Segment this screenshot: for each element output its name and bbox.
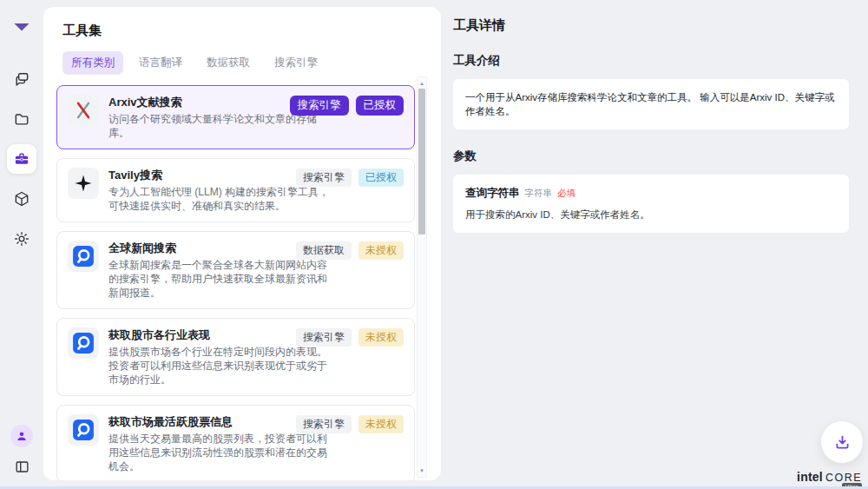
category-badge: 搜索引擎 [296,415,352,433]
sidebar-nav [7,64,36,254]
gem-logo-icon [9,10,35,36]
param-card: 查询字符串 字符串 必填 用于搜索的Arxiv ID、关键字或作者姓名。 [453,175,849,233]
tool-detail-panel: 工具详情 工具介绍 一个用于从Arxiv存储库搜索科学论文和文章的工具。 输入可… [441,0,868,489]
sidebar-bottom [10,425,33,477]
sidebar-item-models[interactable] [7,184,36,214]
tool-icon [68,241,99,272]
sidebar-item-user[interactable] [10,425,33,447]
tool-icon [68,95,99,126]
category-badge: 数据获取 [296,241,352,260]
intro-card: 一个用于从Arxiv存储库搜索科学论文和文章的工具。 输入可以是Arxiv ID… [453,79,849,129]
q-search-icon [72,419,95,441]
toolset-panel: 工具集 所有类别语言翻译数据获取搜索引擎 Arxiv文献搜索 访问各个研究领域大… [43,7,441,480]
cube-icon [13,190,30,208]
settings-icon [13,230,30,248]
intro-heading: 工具介绍 [453,53,849,69]
sparkle-star-icon [72,172,95,195]
sidebar-item-tools[interactable] [7,144,36,174]
tool-description: 专为人工智能代理 (LLM) 构建的搜索引擎工具，可快速提供实时、准确和真实的结… [108,185,334,213]
tool-badges: 数据获取 未授权 [296,241,404,260]
download-button[interactable] [821,421,863,463]
tool-badges: 搜索引擎 未授权 [296,328,404,347]
auth-badge: 未授权 [358,415,404,433]
intel-core-logo: intel core Ultra [797,470,862,484]
page-title: 工具集 [62,23,441,39]
folder-icon [13,110,30,128]
download-icon [833,433,852,452]
panel-icon [14,459,30,475]
auth-badge: 未授权 [358,328,404,347]
detail-title: 工具详情 [453,17,849,34]
auth-badge: 已授权 [356,96,404,116]
auth-badge: 已授权 [358,169,404,187]
category-badge: 搜索引擎 [296,169,352,187]
param-description: 用于搜索的Arxiv ID、关键字或作者姓名。 [465,208,837,221]
tool-card[interactable]: Arxiv文献搜索 访问各个研究领域大量科学论文和文章的存储库。 搜索引擎 已授… [56,85,415,149]
sidebar-item-settings[interactable] [7,224,36,254]
param-name: 查询字符串 [465,186,520,201]
q-search-icon [72,332,95,354]
params-heading: 参数 [453,149,849,164]
sidebar-item-chat[interactable] [7,64,36,94]
arxiv-x-icon [72,99,95,122]
toolbox-icon [13,150,30,168]
app-logo [9,10,35,36]
tool-icon [68,414,99,446]
intro-text: 一个用于从Arxiv存储库搜索科学论文和文章的工具。 输入可以是Arxiv ID… [465,90,837,118]
param-type: 字符串 [525,188,553,200]
sidebar-item-files[interactable] [7,104,36,134]
list-scrollbar[interactable]: ▲ ▼ [417,76,427,478]
tool-icon [68,168,99,199]
chat-icon [13,70,30,88]
scrollbar-thumb[interactable] [418,89,425,235]
scrollbar-down-arrow-icon[interactable]: ▼ [418,466,426,475]
tool-card[interactable]: 全球新闻搜索 全球新闻搜索是一个聚合全球各大新闻网站内容的搜索引擎，帮助用户快速… [56,231,415,309]
app-root: 工具集 所有类别语言翻译数据获取搜索引擎 Arxiv文献搜索 访问各个研究领域大… [0,0,868,489]
tab-category-1[interactable]: 语言翻译 [130,51,191,75]
tool-list: Arxiv文献搜索 访问各个研究领域大量科学论文和文章的存储库。 搜索引擎 已授… [56,85,415,480]
q-search-icon [72,245,95,268]
tool-icon [68,327,99,359]
tool-badges: 搜索引擎 已授权 [296,169,404,187]
brand-intel: intel [797,470,823,484]
tool-card[interactable]: Tavily搜索 专为人工智能代理 (LLM) 构建的搜索引擎工具，可快速提供实… [56,158,415,222]
tool-description: 全球新闻搜索是一个聚合全球各大新闻网站内容的搜索引擎，帮助用户快速获取全球最新资… [108,258,334,300]
category-badge: 搜索引擎 [296,328,352,347]
tool-card[interactable]: 获取市场最活跃股票信息 提供当天交易量最高的股票列表，投资者可以利用这些信息来识… [56,405,415,480]
tab-category-0[interactable]: 所有类别 [62,51,123,75]
category-tabs: 所有类别语言翻译数据获取搜索引擎 [62,51,441,75]
tool-description: 提供股票市场各个行业在特定时间段内的表现。投资者可以利用这些信息来识别表现优于或… [108,345,334,387]
scrollbar-up-arrow-icon[interactable]: ▲ [418,79,426,88]
sidebar-item-panel-toggle[interactable] [11,456,32,477]
auth-badge: 未授权 [358,241,404,260]
tab-category-2[interactable]: 数据获取 [198,51,259,75]
user-icon [15,429,29,443]
sidebar [0,0,43,489]
param-required-flag: 必填 [557,188,575,200]
tool-description: 访问各个研究领域大量科学论文和文章的存储库。 [108,112,334,140]
tool-card[interactable]: 获取股市各行业表现 提供股票市场各个行业在特定时间段内的表现。投资者可以利用这些… [56,318,415,396]
category-badge: 搜索引擎 [290,96,349,116]
tab-category-3[interactable]: 搜索引擎 [266,51,326,75]
brand-core: core [825,472,862,484]
tool-description: 提供当天交易量最高的股票列表，投资者可以利用这些信息来识别流动性强的股票和潜在的… [108,432,334,473]
tool-badges: 搜索引擎 未授权 [296,415,404,433]
tool-badges: 搜索引擎 已授权 [290,96,404,116]
